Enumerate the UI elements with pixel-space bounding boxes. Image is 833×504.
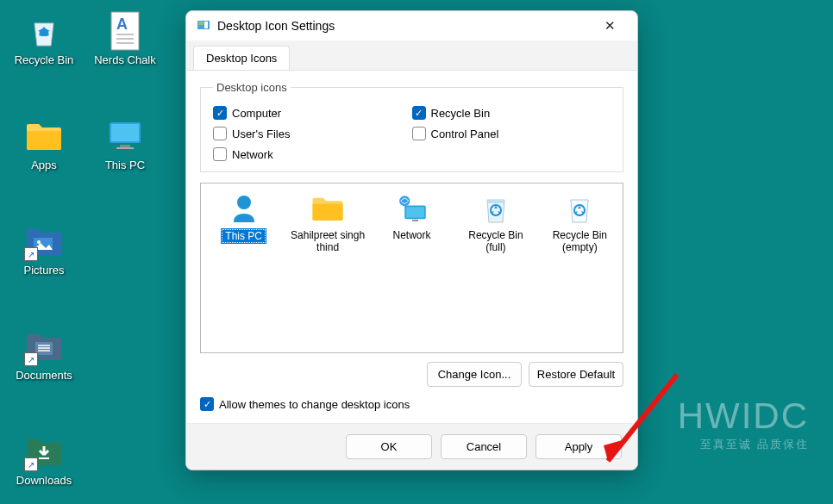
- desktop-icon-label: Pictures: [24, 264, 65, 277]
- check-label: Network: [232, 148, 273, 161]
- desktop-icon-label: Apps: [31, 159, 57, 171]
- iconlist-label: Recycle Bin (empty): [542, 229, 617, 253]
- watermark-big-text: HWIDC: [678, 395, 809, 437]
- svg-point-19: [237, 196, 251, 209]
- check-label: Control Panel: [431, 128, 499, 140]
- shortcut-arrow-icon: ↗: [24, 457, 38, 471]
- desktop-icon-label: Documents: [16, 369, 72, 382]
- svg-rect-6: [111, 124, 139, 141]
- icon-preview-list[interactable]: This PC Sahilpreet singh thind Network R…: [200, 183, 623, 353]
- apply-button[interactable]: Apply: [536, 434, 622, 459]
- check-label: Computer: [232, 107, 281, 120]
- iconlist-label: Sahilpreet singh thind: [290, 229, 365, 253]
- allow-themes-label: Allow themes to change desktop icons: [219, 398, 410, 411]
- desktop-icon-downloads[interactable]: ↗ Downloads: [5, 431, 83, 487]
- network-icon: [394, 190, 430, 227]
- iconlist-label: Recycle Bin (full): [458, 229, 533, 253]
- check-recycle-bin[interactable]: ✓ Recycle Bin: [412, 106, 611, 120]
- desktop-icons-legend: Desktop icons: [213, 81, 291, 94]
- desktop-icon-apps[interactable]: Apps: [5, 115, 83, 171]
- check-label: User's Files: [232, 128, 291, 140]
- restore-default-button[interactable]: Restore Default: [529, 362, 623, 387]
- svg-text:A: A: [116, 16, 128, 33]
- desktop-icon-recycle-bin[interactable]: Recycle Bin: [5, 10, 83, 66]
- iconlist-network[interactable]: Network: [374, 190, 449, 345]
- desktop-icon-nerds-chalk[interactable]: A Nerds Chalk: [86, 10, 164, 66]
- iconlist-label: This PC: [222, 229, 266, 243]
- recycle-bin-empty-icon: [561, 190, 598, 227]
- recycle-bin-full-icon: [478, 190, 514, 227]
- checkbox-unchecked-icon: [213, 147, 227, 161]
- desktop-icon-documents[interactable]: ↗ Documents: [5, 326, 83, 382]
- check-users-files[interactable]: User's Files: [213, 127, 412, 140]
- user-pc-icon: [226, 190, 262, 227]
- desktop-icon-label: Downloads: [16, 474, 72, 487]
- check-label: Recycle Bin: [431, 107, 491, 120]
- svg-rect-23: [412, 220, 418, 221]
- tab-strip: Desktop Icons: [186, 40, 637, 71]
- settings-titlebar-icon: [197, 19, 210, 33]
- desktop-icon-label: Nerds Chalk: [94, 53, 156, 66]
- ok-button[interactable]: OK: [346, 434, 432, 459]
- iconlist-this-pc[interactable]: This PC: [206, 190, 281, 345]
- cancel-button[interactable]: Cancel: [441, 434, 527, 459]
- iconlist-user-folder[interactable]: Sahilpreet singh thind: [290, 190, 365, 345]
- checkbox-checked-icon: ✓: [213, 106, 227, 120]
- dialog-title: Desktop Icon Settings: [217, 19, 586, 33]
- desktop-icon-pictures[interactable]: ↗ Pictures: [5, 221, 83, 277]
- monitor-icon: [104, 115, 146, 157]
- close-button[interactable]: ✕: [592, 18, 627, 34]
- check-computer[interactable]: ✓ Computer: [213, 106, 412, 120]
- svg-point-10: [37, 240, 41, 244]
- iconlist-recyclebin-empty[interactable]: Recycle Bin (empty): [542, 190, 617, 345]
- svg-rect-17: [198, 22, 204, 25]
- desktop-icon-label: Recycle Bin: [15, 53, 74, 66]
- change-icon-button[interactable]: Change Icon...: [427, 362, 522, 387]
- document-icon: A: [104, 10, 146, 52]
- shortcut-arrow-icon: ↗: [24, 247, 38, 261]
- watermark: HWIDC 至真至诚 品质保住: [678, 395, 809, 452]
- checkbox-unchecked-icon: [213, 127, 227, 140]
- check-network[interactable]: Network: [213, 147, 412, 161]
- watermark-small-text: 至真至诚 品质保住: [678, 437, 809, 452]
- svg-rect-7: [120, 145, 130, 147]
- dialog-titlebar[interactable]: Desktop Icon Settings ✕: [186, 11, 637, 40]
- checkbox-checked-icon: ✓: [412, 106, 426, 120]
- svg-rect-18: [204, 22, 208, 28]
- desktop-icon-label: This PC: [105, 159, 145, 171]
- check-allow-themes[interactable]: ✓ Allow themes to change desktop icons: [200, 397, 623, 411]
- tab-desktop-icons[interactable]: Desktop Icons: [193, 46, 290, 70]
- folder-icon: [310, 190, 346, 227]
- desktop-icons-fieldset: Desktop icons ✓ Computer ✓ Recycle Bin U…: [200, 81, 623, 172]
- shortcut-arrow-icon: ↗: [24, 352, 38, 366]
- check-control-panel[interactable]: Control Panel: [412, 127, 611, 140]
- checkbox-unchecked-icon: [412, 127, 426, 140]
- recycle-bin-icon: [23, 10, 65, 52]
- desktop-icon-settings-dialog: Desktop Icon Settings ✕ Desktop Icons De…: [185, 10, 638, 470]
- checkbox-checked-icon: ✓: [200, 397, 214, 411]
- svg-rect-22: [406, 207, 424, 217]
- desktop-icon-this-pc[interactable]: This PC: [86, 115, 164, 171]
- iconlist-label: Network: [393, 229, 431, 241]
- folder-icon: [23, 115, 65, 157]
- svg-rect-8: [116, 147, 134, 149]
- iconlist-recyclebin-full[interactable]: Recycle Bin (full): [458, 190, 533, 345]
